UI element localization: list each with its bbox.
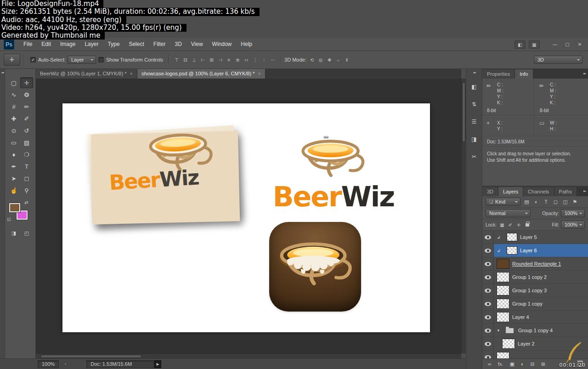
collapse-panel-icon[interactable]: ▸▸ (583, 72, 586, 75)
3d-scale-icon[interactable]: ⇕ (343, 55, 351, 64)
distribute-right-edges-icon[interactable]: ⋯ (269, 55, 277, 64)
distribute-horizontal-centers-icon[interactable]: ∶ (260, 55, 268, 64)
filter-pixel-layers-icon[interactable]: ▤ (522, 198, 531, 206)
tab-layers[interactable]: Layers (498, 187, 523, 196)
fill-dropdown[interactable]: 100% (561, 221, 585, 229)
toolbar-collapse-strip[interactable]: ◂◂ (0, 69, 5, 358)
layer-row-rounded-rectangle-1[interactable]: Rounded Rectangle 1 (482, 257, 588, 271)
tab-info[interactable]: Info (515, 69, 533, 79)
collapse-toolbar-icon[interactable]: ◂◂ (0, 69, 5, 74)
distribute-vertical-centers-icon[interactable]: ≣ (234, 55, 242, 64)
close-tab-icon[interactable]: × (258, 69, 260, 79)
align-vertical-centers-icon[interactable]: ⊟ (181, 55, 189, 64)
type-tool[interactable]: T (20, 161, 33, 172)
layer-name[interactable]: Layer 6 (520, 248, 537, 253)
layer-thumbnail[interactable] (497, 352, 509, 358)
layer-thumbnail[interactable] (497, 299, 509, 309)
canvas-area[interactable]: BeerWiz BeerWiz (36, 79, 461, 353)
tab-3d[interactable]: 3D (482, 187, 498, 196)
menu-file[interactable]: File (19, 38, 37, 51)
layer-thumbnail[interactable] (507, 233, 517, 241)
filter-kind-dropdown[interactable]: ❏ Kind (486, 198, 520, 206)
path-selection-tool[interactable]: ➤ (7, 173, 20, 184)
tab-paths[interactable]: Paths (554, 187, 577, 196)
history-brush-tool[interactable]: ↺ (20, 125, 33, 136)
crop-tool[interactable]: # (7, 101, 20, 112)
dock-left-icon[interactable]: ◧ (514, 40, 526, 49)
menu-filter[interactable]: Filter (149, 38, 170, 51)
menu-3d[interactable]: 3D (170, 38, 186, 51)
layer-row-group-1-copy[interactable]: Group 1 copy (482, 297, 588, 311)
eyedropper-tool[interactable]: ✏ (20, 101, 33, 112)
align-right-edges-icon[interactable]: ⊣ (216, 55, 224, 64)
properties-panel-icon[interactable]: ◧ (468, 82, 480, 92)
document-canvas[interactable]: BeerWiz BeerWiz (62, 103, 430, 332)
tab-channels[interactable]: Channels (523, 187, 554, 196)
list-panel-icon[interactable]: ☰ (468, 117, 480, 127)
layer-name[interactable]: Group 1 copy 4 (518, 328, 553, 333)
menu-edit[interactable]: Edit (37, 38, 56, 51)
rectangular-marquee-tool[interactable]: ▢ (7, 77, 20, 88)
hand-tool[interactable]: ☝ (7, 185, 20, 196)
move-tool[interactable]: ✛ (20, 77, 33, 88)
document-size-field[interactable]: Doc: 1.53M/15.6M (86, 360, 154, 368)
opacity-dropdown[interactable]: 100% (561, 209, 585, 217)
align-top-edges-icon[interactable]: ⊤ (173, 55, 181, 64)
align-left-edges-icon[interactable]: ⊢ (199, 55, 207, 64)
layer-effects-icon[interactable]: fx. (498, 362, 503, 367)
status-menu-arrow[interactable]: ▶ (154, 360, 161, 368)
maximize-button[interactable]: ▢ (562, 40, 573, 49)
adjustment-layer-icon[interactable]: ◐ (521, 362, 524, 367)
3d-roll-icon[interactable]: ◎ (317, 55, 325, 64)
zoom-level-field[interactable]: 100% (38, 360, 59, 368)
gradient-tool[interactable]: ▧ (20, 137, 33, 148)
layer-mask-icon[interactable]: ▣ (509, 362, 514, 367)
menu-layer[interactable]: Layer (80, 38, 103, 51)
tab-properties[interactable]: Properties (482, 69, 515, 79)
filter-shape-layers-icon[interactable]: ◻ (551, 198, 560, 206)
filter-type-layers-icon[interactable]: T (542, 198, 550, 206)
layer-row-group-1-copy-2[interactable]: Group 1 copy 2 (482, 271, 588, 284)
lock-all-icon[interactable] (526, 223, 529, 227)
auto-select-checkbox[interactable]: ✓ (30, 57, 36, 62)
horizontal-scrollbar[interactable] (36, 353, 461, 358)
layer-row-layer-5[interactable]: ↲Layer 5 (482, 231, 588, 244)
layer-name[interactable]: Layer 2 (518, 341, 535, 346)
document-tab-beerwiz[interactable]: BeerWiz @ 100% (Layer 1, CMYK/8) * × (36, 69, 137, 79)
layer-row-layer-4[interactable]: Layer 4 (482, 311, 588, 324)
lock-position-icon[interactable]: ✛ (515, 221, 522, 229)
visibility-toggle[interactable] (482, 351, 494, 358)
distribute-top-edges-icon[interactable]: ≡ (225, 55, 233, 64)
layer-thumbnail[interactable] (502, 339, 515, 349)
layer-row-layer-6[interactable]: ↲Layer 6 (482, 244, 588, 257)
eraser-tool[interactable]: ▭ (7, 137, 20, 148)
distribute-bottom-edges-icon[interactable]: ∺ (243, 55, 250, 64)
foreground-color-swatch[interactable] (9, 203, 20, 212)
filter-adjustment-layers-icon[interactable]: ◐ (532, 198, 541, 206)
shape-tool[interactable]: ◻ (20, 173, 33, 184)
visibility-toggle[interactable] (482, 271, 494, 284)
menu-select[interactable]: Select (124, 38, 148, 51)
pen-tool[interactable]: ✒ (7, 161, 20, 172)
minimize-button[interactable]: — (549, 40, 560, 49)
visibility-toggle[interactable] (482, 337, 494, 350)
menu-type[interactable]: Type (103, 38, 124, 51)
close-button[interactable]: ✕ (574, 40, 585, 49)
3d-orbit-icon[interactable]: ⟲ (308, 55, 316, 64)
visibility-toggle[interactable] (482, 284, 494, 297)
menu-image[interactable]: Image (56, 38, 80, 51)
default-colors-icon[interactable]: ◱ (7, 217, 11, 221)
distribute-left-edges-icon[interactable]: ⋮ (251, 55, 259, 64)
visibility-toggle[interactable] (482, 297, 494, 310)
brush-tool[interactable]: ✐ (20, 113, 33, 124)
layer-thumbnail[interactable] (507, 246, 517, 255)
visibility-toggle[interactable] (482, 257, 494, 270)
show-transform-checkbox[interactable] (98, 57, 104, 62)
scrollbar-thumb[interactable] (462, 82, 465, 142)
scrollbar-thumb[interactable] (40, 355, 141, 358)
3d-pan-icon[interactable]: ✥ (326, 55, 334, 64)
lasso-tool[interactable]: ∿ (7, 89, 20, 100)
close-tab-icon[interactable]: × (130, 69, 132, 79)
layer-thumbnail[interactable] (497, 312, 509, 322)
quick-selection-tool[interactable]: ❂ (20, 89, 33, 100)
